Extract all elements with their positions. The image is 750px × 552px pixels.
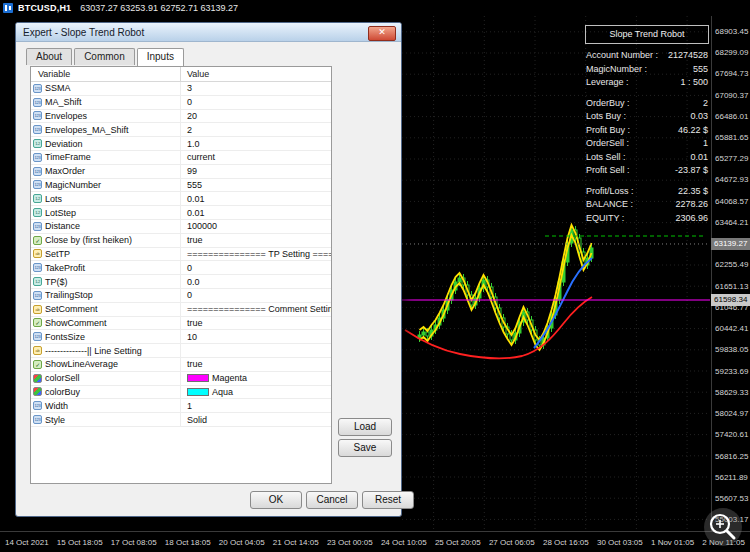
window-titlebar[interactable]: BTCUSD,H1 63037.27 63253.91 62752.71 631…: [0, 0, 750, 16]
variable-value[interactable]: =============== TP Setting =========...: [187, 249, 331, 259]
variable-value[interactable]: 0.01: [187, 194, 205, 204]
table-row[interactable]: 1.2Deviation1.0: [31, 137, 331, 151]
tab-about[interactable]: About: [26, 48, 72, 65]
panel-value: 22.35 $: [678, 185, 708, 199]
variable-value[interactable]: 0.01: [187, 208, 205, 218]
value-cell[interactable]: 0: [181, 289, 331, 302]
table-row[interactable]: 123Envelopes_MA_Shift2: [31, 123, 331, 137]
variable-value[interactable]: true: [187, 359, 203, 369]
variable-value[interactable]: 0: [187, 97, 192, 107]
table-row[interactable]: ✓Close by (first heiken)true: [31, 234, 331, 248]
value-cell[interactable]: 0.01: [181, 192, 331, 205]
variable-value[interactable]: 2: [187, 125, 192, 135]
tab-common[interactable]: Common: [74, 48, 135, 65]
variable-value[interactable]: 1.0: [187, 139, 200, 149]
variable-value[interactable]: 99: [187, 166, 197, 176]
value-cell[interactable]: current: [181, 151, 331, 164]
close-icon[interactable]: ✕: [368, 26, 396, 41]
table-row[interactable]: 1.2LotStep0.01: [31, 206, 331, 220]
value-cell[interactable]: 0: [181, 261, 331, 274]
string-type-icon: ab: [33, 305, 42, 314]
table-row[interactable]: colorBuyAqua: [31, 386, 331, 400]
table-row[interactable]: ✓ShowCommenttrue: [31, 317, 331, 331]
value-cell[interactable]: 555: [181, 179, 331, 192]
table-row[interactable]: abSetComment=============== Comment Sett…: [31, 303, 331, 317]
variable-value[interactable]: 0: [187, 263, 192, 273]
value-cell[interactable]: 0: [181, 96, 331, 109]
value-cell[interactable]: [181, 344, 331, 357]
ok-button[interactable]: OK: [250, 491, 302, 509]
value-cell[interactable]: 1.0: [181, 137, 331, 150]
panel-value: 46.22 $: [678, 124, 708, 138]
save-button[interactable]: Save: [338, 439, 392, 457]
table-row[interactable]: 123TrailingStop0: [31, 289, 331, 303]
value-cell[interactable]: 20: [181, 110, 331, 123]
value-cell[interactable]: Magenta: [181, 372, 331, 385]
table-row[interactable]: 123TimeFramecurrent: [31, 151, 331, 165]
variable-value[interactable]: =============== Comment Setting ====...: [187, 304, 331, 314]
variable-value[interactable]: Solid: [187, 415, 207, 425]
table-row[interactable]: 123StyleSolid: [31, 413, 331, 427]
value-cell[interactable]: 2: [181, 123, 331, 136]
variable-cell: 123Width: [31, 399, 181, 412]
value-cell[interactable]: 99: [181, 165, 331, 178]
value-cell[interactable]: 1: [181, 399, 331, 412]
value-cell[interactable]: 100000: [181, 220, 331, 233]
table-row[interactable]: ab--------------|| Line Setting: [31, 344, 331, 358]
variable-value[interactable]: 0: [187, 290, 192, 300]
candles-group: [418, 226, 593, 349]
table-row[interactable]: ✓ShowLineAveragetrue: [31, 358, 331, 372]
value-cell[interactable]: Aqua: [181, 386, 331, 399]
variable-cell: 123TakeProfit: [31, 261, 181, 274]
variable-value[interactable]: true: [187, 235, 203, 245]
table-row[interactable]: 123Width1: [31, 399, 331, 413]
reset-button[interactable]: Reset: [362, 491, 414, 509]
dialog-titlebar[interactable]: Expert - Slope Trend Robot ✕: [16, 23, 401, 42]
table-row[interactable]: 123MaxOrder99: [31, 165, 331, 179]
variable-value[interactable]: Magenta: [212, 373, 247, 383]
variable-value[interactable]: 10: [187, 332, 197, 342]
value-cell[interactable]: true: [181, 317, 331, 330]
tab-inputs[interactable]: Inputs: [137, 48, 184, 66]
variable-value[interactable]: 555: [187, 180, 202, 190]
variable-value[interactable]: current: [187, 152, 215, 162]
panel-row: Leverage :1 : 500: [585, 76, 709, 90]
value-cell[interactable]: =============== Comment Setting ====...: [181, 303, 331, 316]
time-axis[interactable]: 14 Oct 202115 Oct 18:0517 Oct 08:0518 Oc…: [0, 531, 750, 552]
value-cell[interactable]: 0.01: [181, 206, 331, 219]
variable-value[interactable]: Aqua: [212, 387, 233, 397]
value-cell[interactable]: Solid: [181, 413, 331, 426]
variable-value[interactable]: 1: [187, 401, 192, 411]
zoom-magnifier-icon[interactable]: [702, 506, 744, 548]
load-button[interactable]: Load: [338, 418, 392, 436]
table-row[interactable]: 123SSMA3: [31, 82, 331, 96]
variable-name: TP($): [45, 277, 68, 287]
variable-cell: colorBuy: [31, 386, 181, 399]
table-row[interactable]: 123Envelopes20: [31, 110, 331, 124]
variable-value[interactable]: 20: [187, 111, 197, 121]
value-cell[interactable]: =============== TP Setting =========...: [181, 248, 331, 261]
table-row[interactable]: 123MA_Shift0: [31, 96, 331, 110]
variable-value[interactable]: 0.0: [187, 277, 200, 287]
value-cell[interactable]: true: [181, 234, 331, 247]
price-axis[interactable]: 69507.8168903.4568299.0967694.7367090.37…: [711, 0, 750, 531]
variable-value[interactable]: 100000: [187, 221, 217, 231]
value-cell[interactable]: 3: [181, 82, 331, 95]
table-row[interactable]: colorSellMagenta: [31, 372, 331, 386]
table-row[interactable]: 1.2TP($)0.0: [31, 275, 331, 289]
cancel-button[interactable]: Cancel: [306, 491, 358, 509]
variable-cell: 123Envelopes: [31, 110, 181, 123]
bool-type-icon: ✓: [33, 360, 42, 369]
panel-label: Lots Sell :: [586, 151, 626, 165]
table-row[interactable]: 123Distance100000: [31, 220, 331, 234]
table-row[interactable]: 123TakeProfit0: [31, 261, 331, 275]
table-row[interactable]: 123FontsSize10: [31, 330, 331, 344]
table-row[interactable]: 123MagicNumber555: [31, 179, 331, 193]
table-row[interactable]: abSetTP=============== TP Setting ======…: [31, 248, 331, 262]
table-row[interactable]: 1.2Lots0.01: [31, 192, 331, 206]
value-cell[interactable]: 0.0: [181, 275, 331, 288]
variable-value[interactable]: true: [187, 318, 203, 328]
value-cell[interactable]: 10: [181, 330, 331, 343]
variable-value[interactable]: 3: [187, 83, 192, 93]
value-cell[interactable]: true: [181, 358, 331, 371]
